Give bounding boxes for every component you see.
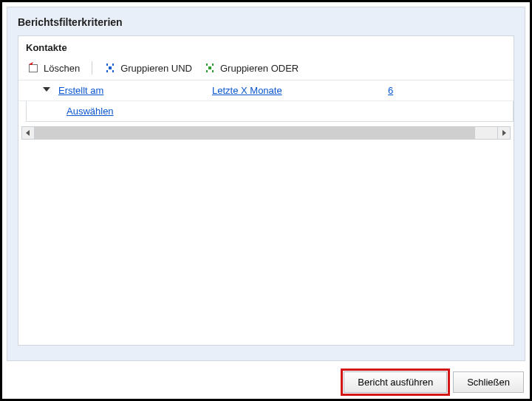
group-or-icon — [204, 62, 216, 74]
svg-rect-1 — [109, 66, 112, 69]
group-or-button[interactable]: Gruppieren ODER — [201, 61, 301, 75]
group-and-icon — [104, 62, 116, 74]
horizontal-scrollbar[interactable] — [21, 126, 511, 140]
toolbar-divider — [92, 61, 92, 75]
app-frame: Berichtsfilterkriterien Kontakte Löschen — [0, 0, 532, 401]
delete-icon — [27, 62, 39, 74]
delete-label: Löschen — [44, 63, 80, 74]
scroll-track[interactable] — [35, 126, 475, 140]
scroll-track-gap — [475, 126, 497, 140]
criteria-field-link[interactable]: Erstellt am — [58, 85, 206, 96]
scroll-left-button[interactable] — [21, 126, 35, 140]
filter-panel: Berichtsfilterkriterien Kontakte Löschen — [7, 7, 525, 361]
filter-inner: Kontakte Löschen — [18, 35, 514, 346]
run-report-button[interactable]: Bericht ausführen — [344, 371, 447, 393]
panel-title: Berichtsfilterkriterien — [7, 16, 525, 35]
group-and-label: Gruppieren UND — [120, 63, 192, 74]
criteria-select-link[interactable]: Auswählen — [66, 106, 114, 117]
close-button[interactable]: Schließen — [453, 371, 524, 393]
group-and-button[interactable]: Gruppieren UND — [101, 61, 195, 75]
criteria-toolbar: Löschen Gruppieren UND — [18, 58, 514, 80]
criteria-operator-link[interactable]: Letzte X Monate — [212, 85, 382, 96]
scroll-right-button[interactable] — [497, 126, 511, 140]
criteria-row-1[interactable]: Erstellt am Letzte X Monate 6 — [18, 80, 514, 101]
chevron-down-icon[interactable] — [41, 85, 52, 96]
criteria-row-add[interactable]: Auswählen — [26, 101, 514, 122]
criteria-value-link[interactable]: 6 — [388, 85, 447, 96]
svg-rect-0 — [30, 65, 38, 72]
dialog-footer: Bericht ausführen Schließen — [344, 371, 524, 393]
svg-rect-2 — [208, 66, 211, 69]
criteria-list: Erstellt am Letzte X Monate 6 Auswählen — [18, 80, 514, 122]
section-title-kontakte: Kontakte — [18, 36, 514, 58]
group-or-label: Gruppieren ODER — [220, 63, 299, 74]
delete-button[interactable]: Löschen — [24, 61, 83, 75]
